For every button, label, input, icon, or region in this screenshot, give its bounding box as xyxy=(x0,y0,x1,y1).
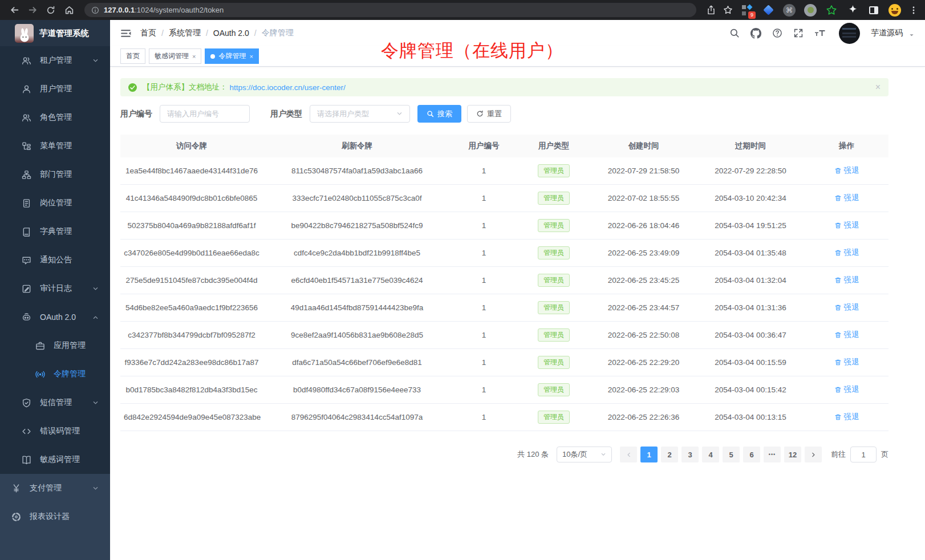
sidebar-item-oauth2-token[interactable]: 令牌管理 xyxy=(0,360,110,388)
force-logout-button[interactable]: 强退 xyxy=(834,275,859,285)
force-logout-button[interactable]: 强退 xyxy=(834,330,859,340)
sidebar-item-role[interactable]: 角色管理 xyxy=(0,103,110,132)
font-size-icon[interactable] xyxy=(814,29,826,38)
fullscreen-icon[interactable] xyxy=(793,28,804,38)
sidebar-item-tenant[interactable]: 租户管理 xyxy=(0,46,110,75)
page-button-5[interactable]: 5 xyxy=(723,447,740,462)
reload-icon[interactable] xyxy=(43,3,58,18)
tab-home[interactable]: 首页 xyxy=(120,48,145,64)
sidebar-item-user[interactable]: 用户管理 xyxy=(0,75,110,103)
sidebar-item-audit-log[interactable]: 审计日志 xyxy=(0,274,110,303)
site-info-icon[interactable] xyxy=(91,6,99,14)
page-button-3[interactable]: 3 xyxy=(681,447,699,462)
app-logo[interactable]: 芋道管理系统 xyxy=(0,20,110,46)
sidebar-item-post[interactable]: 岗位管理 xyxy=(0,189,110,217)
expires-cell: 2054-03-10 20:42:34 xyxy=(696,194,805,202)
breadcrumb-system[interactable]: 系统管理 xyxy=(169,28,201,38)
force-logout-button[interactable]: 强退 xyxy=(834,412,859,422)
url-bar[interactable]: 127.0.0.1:1024/system/oauth2/token xyxy=(84,3,696,17)
extension-command-icon[interactable]: ⌘ xyxy=(782,3,796,17)
back-icon[interactable] xyxy=(7,3,22,18)
access-token-cell: 54d6be82ee5a460a9aedc1f9bf223656 xyxy=(120,303,263,312)
page-size-select[interactable]: 10条/页 xyxy=(557,447,612,462)
more-pages-button[interactable]: ••• xyxy=(764,447,781,462)
chevron-down-icon xyxy=(601,452,606,457)
user-id-cell: 1 xyxy=(451,413,517,421)
tab-close-icon[interactable]: × xyxy=(249,53,253,60)
profile-avatar-icon[interactable] xyxy=(888,3,902,17)
sidebar-item-report-designer[interactable]: 报表设计器 xyxy=(0,502,110,531)
sidebar-item-error-code[interactable]: 错误码管理 xyxy=(0,417,110,445)
sidebar-item-pay[interactable]: 支付管理 xyxy=(0,474,110,502)
refresh-token-cell: cdfc4ce9c2da4bb1bdf21b9918ff4be5 xyxy=(263,249,451,257)
extension-record-icon[interactable] xyxy=(804,3,817,17)
sidebar-item-oauth2[interactable]: OAuth 2.0 xyxy=(0,303,110,331)
sidebar-item-sensitive-word[interactable]: 敏感词管理 xyxy=(0,445,110,474)
header-search-icon[interactable] xyxy=(729,28,740,38)
prev-page-button[interactable] xyxy=(620,447,637,462)
page-button-12[interactable]: 12 xyxy=(784,447,801,462)
sidebar-item-label: 用户管理 xyxy=(40,84,72,94)
trash-icon xyxy=(834,194,842,202)
actions-cell: 强退 xyxy=(805,193,889,204)
reset-button[interactable]: 重置 xyxy=(467,105,511,123)
extension-colorful-icon[interactable]: 9 xyxy=(740,3,754,17)
user-id-input[interactable] xyxy=(160,105,250,123)
users-icon xyxy=(22,113,31,123)
sidebar-item-oauth2-app[interactable]: 应用管理 xyxy=(0,331,110,360)
share-icon[interactable] xyxy=(707,5,716,15)
user-type-tag: 管理员 xyxy=(538,356,570,369)
force-logout-button[interactable]: 强退 xyxy=(834,193,859,203)
created-cell: 2022-06-25 22:26:36 xyxy=(591,413,696,421)
browser-menu-icon[interactable] xyxy=(909,6,918,15)
github-icon[interactable] xyxy=(750,28,761,39)
page-button-6[interactable]: 6 xyxy=(743,447,760,462)
sidebar-item-dept[interactable]: 部门管理 xyxy=(0,160,110,189)
sidebar-item-menu[interactable]: 菜单管理 xyxy=(0,132,110,160)
search-button[interactable]: 搜索 xyxy=(417,105,461,123)
user-id-cell: 1 xyxy=(451,167,517,175)
access-token-cell: c342377bf8b344799dcbf7bf095287f2 xyxy=(120,331,263,339)
doc-link[interactable]: https://doc.iocoder.cn/user-center/ xyxy=(230,83,346,92)
sidebar-menu: 租户管理用户管理角色管理菜单管理部门管理岗位管理字典管理通知公告审计日志OAut… xyxy=(0,46,110,474)
sidebar-item-notice[interactable]: 通知公告 xyxy=(0,246,110,274)
page-button-4[interactable]: 4 xyxy=(702,447,719,462)
force-logout-button[interactable]: 强退 xyxy=(834,220,859,230)
tab-sensitive-word[interactable]: 敏感词管理× xyxy=(149,48,201,64)
next-page-button[interactable] xyxy=(805,447,822,462)
force-logout-button[interactable]: 强退 xyxy=(834,247,859,258)
page-button-1[interactable]: 1 xyxy=(640,447,658,462)
help-icon[interactable] xyxy=(772,28,782,38)
refresh-token-cell: dfa6c71a50a54c66bef706ef9e6e8d81 xyxy=(263,358,451,367)
access-token-cell: 41c41346a548490f9dc8b01c6bfe0865 xyxy=(120,194,263,202)
tab-label: 令牌管理 xyxy=(218,51,246,61)
actions-cell: 强退 xyxy=(805,165,889,176)
force-logout-button[interactable]: 强退 xyxy=(834,302,859,313)
extension-pinwheel-icon[interactable] xyxy=(846,3,859,17)
force-logout-button[interactable]: 强退 xyxy=(834,165,859,176)
page-button-2[interactable]: 2 xyxy=(661,447,678,462)
user-type-cell: 管理员 xyxy=(517,301,591,314)
breadcrumb-home[interactable]: 首页 xyxy=(140,28,156,38)
alert-close-icon[interactable]: × xyxy=(875,82,881,92)
sidebar-item-sms[interactable]: 短信管理 xyxy=(0,388,110,417)
tab-token[interactable]: 令牌管理× xyxy=(205,48,258,64)
col-expires: 过期时间 xyxy=(696,141,805,151)
home-icon[interactable] xyxy=(62,3,76,18)
user-name[interactable]: 芋道源码 xyxy=(871,28,903,38)
forward-icon[interactable] xyxy=(25,3,40,18)
goto-page-input[interactable] xyxy=(850,447,877,462)
tab-close-icon[interactable]: × xyxy=(192,53,196,60)
force-logout-button[interactable]: 强退 xyxy=(834,384,859,395)
extension-gem-icon[interactable] xyxy=(761,3,775,17)
col-access-token: 访问令牌 xyxy=(120,141,263,151)
hamburger-icon[interactable] xyxy=(120,29,131,38)
bookmark-star-icon[interactable] xyxy=(723,5,733,15)
breadcrumb-oauth2[interactable]: OAuth 2.0 xyxy=(213,29,249,38)
user-type-select[interactable]: 请选择用户类型 xyxy=(310,105,410,123)
force-logout-button[interactable]: 强退 xyxy=(834,357,859,367)
user-avatar[interactable] xyxy=(839,23,860,44)
extension-green-star-icon[interactable] xyxy=(825,3,838,17)
sidebar-item-dict[interactable]: 字典管理 xyxy=(0,217,110,246)
extension-sidepanel-icon[interactable] xyxy=(867,3,881,17)
